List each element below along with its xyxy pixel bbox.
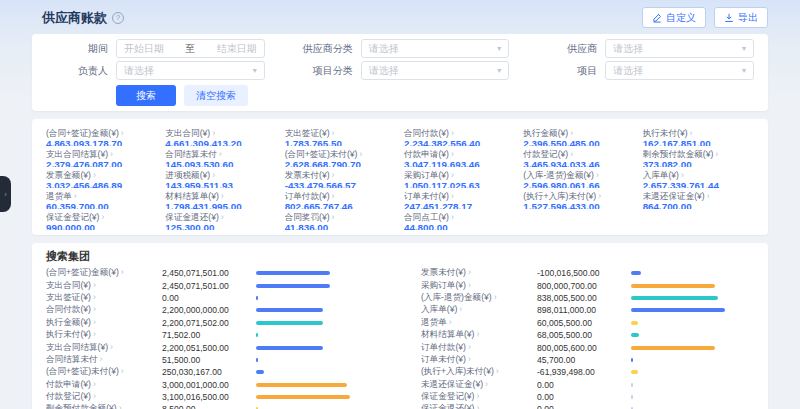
metric-item[interactable]: 保证金退还(¥)› 125,300.00 — [165, 210, 276, 230]
chart-bar — [631, 370, 638, 374]
metric-item[interactable]: (入库-退货)金额(¥)› 2,596,980,061.66 — [523, 168, 634, 188]
metric-item[interactable]: 订单未付(¥)› 247,451,278.17 — [404, 189, 515, 209]
chevron-right-icon: › — [93, 391, 96, 401]
chart-row-label[interactable]: 剩余预付款金额(¥)› — [46, 403, 162, 409]
chart-row-value: -61,939,498.00 — [537, 367, 631, 377]
chevron-right-icon: › — [451, 149, 454, 159]
chart-bar-track — [631, 346, 725, 350]
metric-item[interactable]: 付款申请(¥)› 3,047,119,693.46 — [404, 147, 515, 167]
chart-row-label[interactable]: 付款申请(¥)› — [46, 379, 162, 391]
chart-bar-track — [631, 271, 725, 275]
metric-item[interactable]: (合同+签证)金额(¥)› 4,863,093,178.70 — [46, 126, 157, 146]
search-button[interactable]: 搜索 — [116, 85, 176, 106]
chart-row-label[interactable]: 订单未付(¥)› — [421, 354, 537, 366]
chart-bar-track — [631, 333, 725, 337]
metric-item[interactable]: 执行未付(¥)› 162,167,851.00 — [643, 126, 754, 146]
help-icon[interactable]: ? — [112, 12, 124, 24]
chart-row-label[interactable]: (合同+签证)金额(¥)› — [46, 267, 162, 279]
chevron-right-icon: › — [476, 391, 479, 401]
metric-item[interactable]: 合同奖罚(¥)› 41,836.00 — [285, 210, 396, 230]
metric-item[interactable]: 材料结算单(¥)› 1,798,431,995.00 — [165, 189, 276, 209]
metric-value: 41,836.00 — [285, 222, 396, 230]
customize-button[interactable]: 自定义 — [642, 7, 706, 28]
chart-row-label[interactable]: 退货单› — [421, 317, 537, 329]
metric-value: 3,465,934,033.46 — [523, 159, 634, 167]
chart-row-label[interactable]: 支出签证(¥)› — [46, 292, 162, 304]
supplier-category-select[interactable]: 请选择 ▾ — [361, 39, 510, 58]
metric-label: 保证金登记(¥) — [46, 212, 99, 222]
chart-row-label[interactable]: 合同结算未付› — [46, 354, 162, 366]
metric-item[interactable]: 合同点工(¥)› 44,800.00 — [404, 210, 515, 230]
chart-row-value: 8,500.00 — [162, 404, 256, 409]
chart-row-value: 2,200,051,500.00 — [162, 343, 256, 353]
metric-item[interactable]: 进项税额(¥)› 143,959,511.93 — [165, 168, 276, 188]
chart-row-label[interactable]: 执行未付(¥)› — [46, 329, 162, 341]
chart-row-label[interactable]: 订单付款(¥)› — [421, 342, 537, 354]
metric-label: 付款申请(¥) — [404, 149, 449, 159]
chart-row-label[interactable]: 材料结算单(¥)› — [421, 329, 537, 341]
chart-row: (执行+入库)未付(¥)› -61,939,498.00 — [421, 366, 754, 378]
metrics-panel: (合同+签证)金额(¥)› 4,863,093,178.70 支出合同(¥)› … — [32, 119, 768, 235]
end-date-input[interactable] — [201, 43, 257, 54]
metric-item[interactable]: 保证金登记(¥)› 990,000.00 — [46, 210, 157, 230]
drawer-handle[interactable]: ‹ — [0, 176, 11, 212]
clear-search-button[interactable]: 清空搜索 — [184, 85, 248, 106]
metric-item[interactable]: 剩余预付款金额(¥)› 373,082.00 — [643, 147, 754, 167]
chart-row-label[interactable]: 未退还保证金(¥)› — [421, 379, 537, 391]
chart-row-label[interactable]: 付款登记(¥)› — [46, 391, 162, 403]
chart-row-label[interactable]: 保证金退还(¥)› — [421, 403, 537, 409]
metric-item[interactable]: 合同付款(¥)› 2,234,382,556.40 — [404, 126, 515, 146]
chevron-right-icon: › — [93, 317, 96, 327]
chart-row-value: 71,502.00 — [162, 330, 256, 340]
metric-item[interactable]: 订单付款(¥)› 802,665,767.46 — [285, 189, 396, 209]
metric-value: 3,047,119,693.46 — [404, 159, 515, 167]
metric-item[interactable]: 支出合同结算(¥)› 2,379,476,087.00 — [46, 147, 157, 167]
metric-item[interactable]: 入库单(¥)› 2,657,339,761.44 — [643, 168, 754, 188]
chevron-right-icon: › — [570, 128, 573, 138]
chart-row-value: -100,016,500.00 — [537, 268, 631, 278]
export-button[interactable]: 导出 — [714, 7, 768, 28]
metric-item[interactable]: 付款登记(¥)› 3,465,934,033.46 — [523, 147, 634, 167]
metric-item[interactable]: 未退还保证金(¥)› 864,700.00 — [643, 189, 754, 209]
metric-value: 2,234,382,556.40 — [404, 138, 515, 146]
metric-item[interactable]: 发票未付(¥)› -433,479,566.57 — [285, 168, 396, 188]
chevron-right-icon: › — [596, 170, 599, 180]
metric-label: 退货单 — [46, 191, 72, 201]
metric-item[interactable]: 支出合同(¥)› 4,661,309,413.20 — [165, 126, 276, 146]
owner-select[interactable]: 请选择 ▾ — [116, 61, 265, 80]
chart-row-label[interactable]: 采购订单(¥)› — [421, 280, 537, 292]
chart-row: 支出合同(¥)› 2,450,071,501.00 — [46, 279, 379, 291]
chart-row-label[interactable]: (合同+签证)未付(¥)› — [46, 366, 162, 378]
project-select[interactable]: 请选择 ▾ — [605, 61, 754, 80]
chevron-down-icon: ▾ — [742, 44, 746, 53]
metric-item[interactable]: 支出签证(¥)› 1,783,765.50 — [285, 126, 396, 146]
metric-item[interactable]: 退货单› 60,359,700.00 — [46, 189, 157, 209]
chevron-right-icon: › — [212, 170, 215, 180]
metric-item[interactable]: (执行+入库)未付(¥)› 1,527,596,433.00 — [523, 189, 634, 209]
chart-bar-track — [631, 358, 725, 362]
chart-bar-track — [256, 395, 350, 399]
supplier-select[interactable]: 请选择 ▾ — [605, 39, 754, 58]
chart-row-label[interactable]: 入库单(¥)› — [421, 304, 537, 316]
metric-item[interactable]: 执行金额(¥)› 2,396,550,485.00 — [523, 126, 634, 146]
chart-row-label[interactable]: 支出合同(¥)› — [46, 280, 162, 292]
metric-label: 支出合同结算(¥) — [46, 149, 108, 159]
metric-item[interactable]: 合同结算未付› 145,093,530.60 — [165, 147, 276, 167]
chart-row-label[interactable]: 保证金登记(¥)› — [421, 391, 537, 403]
start-date-input[interactable] — [124, 43, 180, 54]
metric-value: 143,959,511.93 — [165, 180, 276, 188]
metric-value: 864,700.00 — [643, 201, 754, 209]
chart-row-label[interactable]: 支出合同结算(¥)› — [46, 342, 162, 354]
chart-row-label[interactable]: 执行金额(¥)› — [46, 317, 162, 329]
project-category-select[interactable]: 请选择 ▾ — [361, 61, 510, 80]
chevron-right-icon: › — [93, 170, 96, 180]
chart-row-label[interactable]: 合同付款(¥)› — [46, 304, 162, 316]
metric-item[interactable]: (合同+签证)未付(¥)› 2,628,668,790.70 — [285, 147, 396, 167]
chart-row-label[interactable]: 发票未付(¥)› — [421, 267, 537, 279]
metric-item[interactable]: 采购订单(¥)› 1,050,117,025.63 — [404, 168, 515, 188]
chart-row: 保证金退还(¥)› 0.00 — [421, 403, 754, 409]
chart-row-label[interactable]: (执行+入库)未付(¥)› — [421, 366, 537, 378]
chart-bar-track — [256, 321, 350, 325]
chart-row-label[interactable]: (入库-退货)金额(¥)› — [421, 292, 537, 304]
metric-item[interactable]: 发票金额(¥)› 3,032,456,486.89 — [46, 168, 157, 188]
